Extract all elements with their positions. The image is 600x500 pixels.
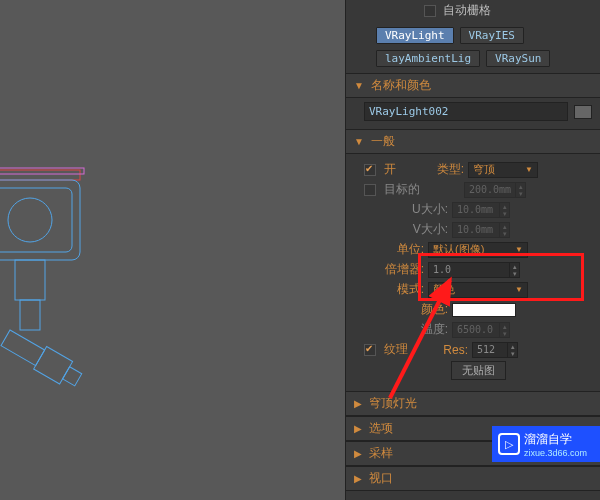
section-general-body: 开 类型: 穹顶 ▼ 目标的 200.0mm ▴▾ U大小: 10.0mm ▴▾… bbox=[346, 154, 600, 391]
twisty-icon: ▶ bbox=[354, 398, 362, 409]
section-dome[interactable]: ▶ 穹顶灯光 bbox=[346, 391, 600, 416]
units-dropdown[interactable]: 默认(图像) ▼ bbox=[428, 242, 528, 258]
color-label: 颜色: bbox=[408, 301, 448, 318]
section-dome-label: 穹顶灯光 bbox=[369, 396, 417, 410]
temperature-value: 6500.0 bbox=[453, 324, 499, 335]
multiplier-spinner[interactable]: 1.0 ▴▾ bbox=[428, 262, 520, 278]
no-map-button[interactable]: 无贴图 bbox=[451, 361, 506, 380]
twisty-icon: ▶ bbox=[354, 423, 362, 434]
svg-rect-6 bbox=[1, 330, 45, 366]
section-options-label: 选项 bbox=[369, 421, 393, 435]
svg-rect-0 bbox=[0, 170, 80, 180]
res-spinner[interactable]: 512 ▴▾ bbox=[472, 342, 518, 358]
type-vrayies-button[interactable]: VRayIES bbox=[460, 27, 524, 44]
section-sampling-label: 采样 bbox=[369, 446, 393, 460]
watermark-brand: 溜溜自学 bbox=[524, 431, 587, 448]
temperature-spinner: 6500.0 ▴▾ bbox=[452, 322, 510, 338]
mode-label: 模式: bbox=[364, 281, 424, 298]
twisty-icon: ▼ bbox=[354, 80, 364, 91]
chevron-down-icon: ▼ bbox=[515, 245, 523, 254]
on-checkbox[interactable] bbox=[364, 164, 376, 176]
section-viewport[interactable]: ▶ 视口 bbox=[346, 466, 600, 491]
usize-value: 10.0mm bbox=[453, 204, 499, 215]
modify-panel: 自动栅格 VRayLight VRayIES layAmbientLig VRa… bbox=[345, 0, 600, 500]
type-vrayambient-button[interactable]: layAmbientLig bbox=[376, 50, 480, 67]
auto-grid-checkbox[interactable] bbox=[424, 5, 436, 17]
twisty-icon: ▶ bbox=[354, 473, 362, 484]
spinner-down-icon[interactable]: ▾ bbox=[509, 270, 519, 277]
targeted-checkbox[interactable] bbox=[364, 184, 376, 196]
type-dropdown[interactable]: 穹顶 ▼ bbox=[468, 162, 538, 178]
spinner-up-icon[interactable]: ▴ bbox=[515, 183, 525, 190]
usize-spinner: 10.0mm ▴▾ bbox=[452, 202, 510, 218]
on-label: 开 bbox=[384, 161, 410, 178]
auto-grid-label: 自动栅格 bbox=[443, 3, 491, 17]
mode-value: 颜色 bbox=[433, 282, 455, 297]
wireframe-object bbox=[0, 160, 140, 480]
chevron-down-icon: ▼ bbox=[515, 285, 523, 294]
spinner-down-icon[interactable]: ▾ bbox=[515, 190, 525, 197]
section-name-color[interactable]: ▼ 名称和颜色 bbox=[346, 73, 600, 98]
texture-checkbox[interactable] bbox=[364, 344, 376, 356]
twisty-icon: ▼ bbox=[354, 136, 364, 147]
spinner-up-icon[interactable]: ▴ bbox=[507, 343, 517, 350]
type-value: 穹顶 bbox=[473, 162, 495, 177]
svg-rect-2 bbox=[0, 188, 72, 252]
watermark-url: zixue.3d66.com bbox=[524, 448, 587, 458]
light-type-buttons: VRayLight VRayIES layAmbientLig VRaySun bbox=[346, 25, 600, 73]
svg-rect-10 bbox=[0, 168, 84, 174]
svg-rect-7 bbox=[34, 347, 73, 385]
spinner-up-icon[interactable]: ▴ bbox=[509, 263, 519, 270]
res-value: 512 bbox=[473, 344, 507, 355]
mode-dropdown[interactable]: 颜色 ▼ bbox=[428, 282, 528, 298]
units-label: 单位: bbox=[364, 241, 424, 258]
vsize-value: 10.0mm bbox=[453, 224, 499, 235]
targeted-label: 目标的 bbox=[384, 181, 460, 198]
type-vraysun-button[interactable]: VRaySun bbox=[486, 50, 550, 67]
spinner-down-icon[interactable]: ▾ bbox=[507, 350, 517, 357]
svg-rect-8 bbox=[63, 367, 82, 386]
object-name-input[interactable] bbox=[364, 102, 568, 121]
svg-rect-4 bbox=[15, 260, 45, 300]
chevron-down-icon: ▼ bbox=[525, 165, 533, 174]
viewport[interactable] bbox=[0, 0, 345, 500]
watermark: ▷ 溜溜自学 zixue.3d66.com bbox=[492, 426, 600, 462]
type-label: 类型: bbox=[414, 161, 464, 178]
color-swatch[interactable] bbox=[452, 303, 516, 317]
usize-label: U大小: bbox=[404, 201, 448, 218]
section-general[interactable]: ▼ 一般 bbox=[346, 129, 600, 154]
targeted-dist-spinner[interactable]: 200.0mm ▴▾ bbox=[464, 182, 526, 198]
units-value: 默认(图像) bbox=[433, 242, 484, 257]
multiplier-label: 倍增器: bbox=[364, 261, 424, 278]
svg-point-3 bbox=[8, 198, 52, 242]
twisty-icon: ▶ bbox=[354, 448, 362, 459]
object-color-swatch[interactable] bbox=[574, 105, 592, 119]
vsize-label: V大小: bbox=[404, 221, 448, 238]
section-general-label: 一般 bbox=[371, 134, 395, 148]
section-viewport-label: 视口 bbox=[369, 471, 393, 485]
svg-rect-5 bbox=[20, 300, 40, 330]
targeted-dist-value: 200.0mm bbox=[465, 184, 515, 195]
res-label: Res: bbox=[440, 343, 468, 357]
vsize-spinner: 10.0mm ▴▾ bbox=[452, 222, 510, 238]
section-name-color-label: 名称和颜色 bbox=[371, 78, 431, 92]
multiplier-value: 1.0 bbox=[429, 264, 509, 275]
type-vraylight-button[interactable]: VRayLight bbox=[376, 27, 454, 44]
svg-rect-1 bbox=[0, 180, 80, 260]
play-icon: ▷ bbox=[498, 433, 520, 455]
temperature-label: 温度: bbox=[408, 321, 448, 338]
texture-label: 纹理 bbox=[384, 341, 436, 358]
